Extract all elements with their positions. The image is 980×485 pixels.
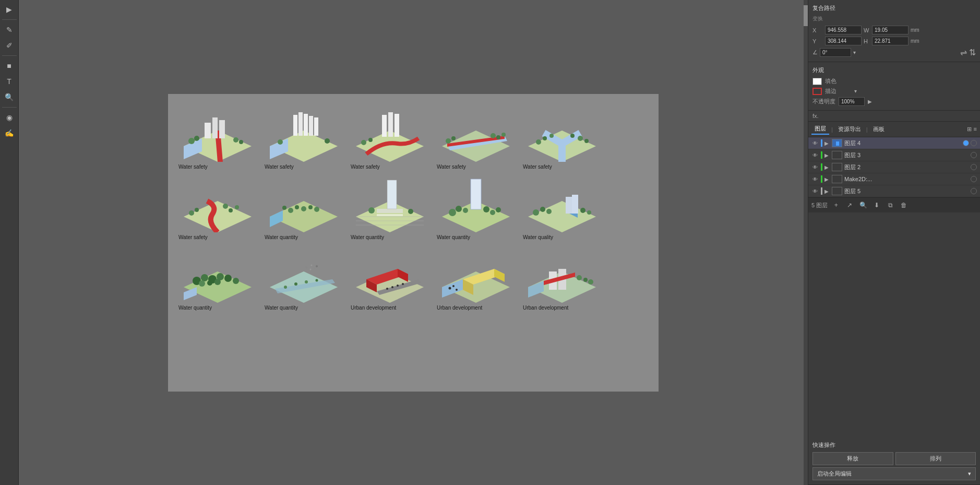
layer-expand-4[interactable]: ▶ [824, 140, 829, 146]
stroke-dropdown[interactable]: ▾ [854, 88, 857, 94]
grid-item-3-2[interactable]: Water quantity [265, 245, 345, 311]
layer-item-3[interactable]: 👁 ▶ 图层 3 [808, 149, 980, 161]
layer-dot-3[interactable] [971, 152, 977, 158]
svg-point-36 [549, 134, 554, 138]
grid-item-2-2[interactable]: Water quantity [265, 175, 345, 240]
layer-dot-4a[interactable] [963, 140, 969, 146]
y-input[interactable] [825, 37, 862, 45]
layer-color-make2d [821, 175, 822, 183]
svg-point-85 [201, 274, 208, 281]
tool-zoom[interactable]: 🔍 [2, 90, 17, 104]
add-layer-icon[interactable]: + [831, 200, 841, 210]
arrange-button[interactable]: 排列 [895, 452, 976, 465]
grid-item-1-3[interactable]: Water safety [351, 104, 432, 170]
delete-layer-icon[interactable]: 🗑 [899, 200, 909, 210]
layer-expand-3[interactable]: ▶ [824, 152, 829, 158]
svg-rect-16 [314, 117, 318, 136]
grid-item-1-2[interactable]: Water safety [265, 104, 345, 170]
svg-point-129 [588, 279, 593, 285]
layer-item-make2d[interactable]: 👁 ▶ Make2D:... [808, 173, 980, 185]
svg-point-50 [301, 206, 306, 211]
grid-item-3-1[interactable]: Water quantity [178, 245, 259, 311]
layer-dot-4b[interactable] [971, 140, 977, 146]
search-layer-icon[interactable]: 🔍 [858, 200, 868, 210]
stroke-color-box[interactable] [812, 88, 822, 95]
export-layer-icon[interactable]: ↗ [844, 200, 855, 210]
angle-dropdown[interactable]: ▾ [853, 50, 856, 55]
flip-h-icon[interactable]: ⇌ [960, 48, 967, 57]
grid-item-3-3[interactable]: Urban development [351, 245, 432, 311]
layer-expand-2[interactable]: ▶ [824, 164, 829, 170]
layer-item-5[interactable]: 👁 ▶ 图层 5 [808, 185, 980, 197]
tile-label-1-4: Water safety [437, 164, 466, 170]
scrollbar[interactable] [804, 0, 808, 485]
tool-hand[interactable]: ✍ [2, 126, 17, 140]
layer-dot-2[interactable] [971, 164, 977, 170]
svg-point-99 [310, 268, 312, 270]
grid-item-2-3[interactable]: Water quantity [351, 175, 432, 240]
layer-item-4[interactable]: 👁 ▶ 图层 4 [808, 137, 980, 149]
grid-item-2-5[interactable]: Water quality [523, 175, 604, 240]
flip-v-icon[interactable]: ⇅ [969, 48, 976, 57]
layer-eye-2[interactable]: 👁 [811, 163, 819, 171]
tool-pencil[interactable]: ✐ [2, 38, 17, 53]
layer-eye-4[interactable]: 👁 [811, 139, 819, 147]
grid-item-3-5[interactable]: Urban development [523, 245, 604, 311]
grid-item-2-1[interactable]: Water safety [178, 175, 259, 240]
opacity-expand[interactable]: ▶ [868, 99, 872, 104]
w-input[interactable] [872, 26, 909, 34]
svg-point-127 [577, 275, 582, 280]
grid-item-1-5[interactable]: Water safety [523, 104, 604, 170]
canvas-tab[interactable]: 画板 [870, 124, 888, 134]
assets-tab[interactable]: 资源导出 [835, 124, 864, 134]
layer-eye-5[interactable]: 👁 [811, 187, 819, 195]
layer-dot-make2d[interactable] [971, 176, 977, 182]
x-input[interactable] [825, 26, 862, 34]
layer-item-2[interactable]: 👁 ▶ 图层 2 [808, 161, 980, 173]
layer-expand-make2d[interactable]: ▶ [824, 176, 829, 182]
layer-eye-3[interactable]: 👁 [811, 151, 819, 159]
duplicate-layer-icon[interactable]: ⧉ [885, 200, 895, 210]
tile-svg-1-1 [178, 104, 257, 162]
svg-point-92 [214, 279, 221, 285]
layer-color-2 [821, 163, 822, 171]
tool-select[interactable]: ▶ [2, 2, 17, 17]
layers-tab[interactable]: 图层 [811, 124, 829, 135]
tool-eye[interactable]: ◉ [2, 110, 17, 125]
layer-color-3 [821, 151, 822, 159]
layer-expand-5[interactable]: ▶ [824, 188, 829, 194]
fill-color-box[interactable] [812, 78, 822, 85]
svg-point-41 [189, 210, 194, 216]
svg-point-112 [397, 285, 399, 287]
layer-dot-5[interactable] [971, 188, 977, 194]
layer-thumb-make2d [832, 175, 842, 183]
tile-label-2-4: Water quantity [437, 234, 470, 240]
tile-1-5 [523, 104, 601, 162]
opacity-input[interactable] [839, 97, 865, 106]
tile-svg-3-4 [437, 245, 515, 303]
grid-item-3-4[interactable]: Urban development [437, 245, 518, 311]
svg-point-91 [207, 280, 212, 286]
svg-point-6 [188, 138, 195, 144]
tool-text[interactable]: T [2, 74, 17, 89]
grid-item-1-1[interactable]: Water safety [178, 104, 259, 170]
unit-mm-1: mm [911, 27, 919, 33]
release-button[interactable]: 释放 [812, 452, 893, 465]
tool-pen[interactable]: ✎ [2, 22, 17, 37]
angle-symbol: ∠ [812, 49, 818, 56]
angle-input[interactable] [820, 48, 851, 57]
svg-point-63 [408, 209, 413, 214]
scroll-thumb[interactable] [804, 5, 808, 26]
appearance-title: 外观 [812, 66, 976, 74]
grid-item-1-4[interactable]: Water safety [437, 104, 518, 170]
merge-layer-icon[interactable]: ⬇ [871, 200, 882, 210]
h-input[interactable] [872, 37, 909, 45]
layer-eye-make2d[interactable]: 👁 [811, 175, 819, 183]
tool-shape[interactable]: ■ [2, 58, 17, 73]
expand-icon-1[interactable]: ⊞ [967, 126, 972, 133]
quick-actions-title: 快速操作 [812, 441, 976, 449]
expand-icon-2[interactable]: ≡ [974, 126, 977, 133]
grid-item-2-4[interactable]: Water quantity [437, 175, 518, 240]
global-edit-dropdown[interactable]: 启动全局编辑 ▾ [812, 467, 976, 480]
svg-point-72 [496, 207, 501, 212]
